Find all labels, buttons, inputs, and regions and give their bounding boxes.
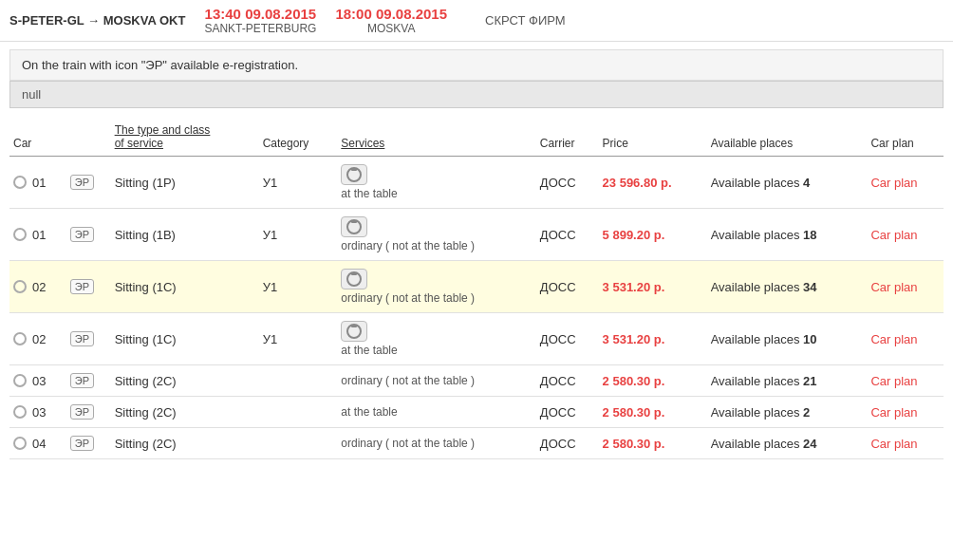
category-text: У1 — [263, 332, 278, 346]
services-cell: ordinary ( not at the table ) — [337, 428, 536, 459]
car-plan-cell[interactable]: Car plan — [867, 365, 944, 397]
car-cell: 04 — [9, 428, 66, 459]
price-text: 2 580.30 р. — [603, 437, 665, 451]
price-cell: 3 531.20 р. — [599, 261, 707, 313]
car-plan-cell[interactable]: Car plan — [867, 397, 944, 428]
info-bar: On the train with icon "ЭР" available e-… — [9, 49, 944, 81]
car-number: 03 — [32, 374, 46, 388]
results-table: Car The type and classof service Categor… — [9, 118, 944, 459]
car-plan-cell[interactable]: Car plan — [867, 313, 944, 365]
col-services: Services — [337, 118, 536, 157]
price-text: 3 531.20 р. — [603, 280, 665, 294]
available-cell: Available places 24 — [707, 428, 868, 459]
arrival-city: MOSKVA — [367, 22, 415, 35]
car-cell: 02 — [9, 313, 66, 365]
category-cell — [259, 397, 338, 428]
service-description: ordinary ( not at the table ) — [341, 437, 533, 450]
carrier-cell: ДОСС — [536, 313, 599, 365]
price-cell: 2 580.30 р. — [599, 428, 707, 459]
camera-icon — [341, 321, 367, 342]
car-plan-link[interactable]: Car plan — [870, 437, 917, 451]
ep-badge: ЭР — [70, 404, 94, 420]
price-text: 2 580.30 р. — [603, 405, 665, 420]
carrier-text: ДОСС — [540, 280, 576, 294]
table-row: 04 ЭРSitting (2С)ordinary ( not at the t… — [9, 428, 944, 459]
services-cell: ordinary ( not at the table ) — [337, 365, 536, 397]
carrier-cell: ДОСС — [536, 209, 599, 261]
car-number: 02 — [32, 280, 46, 294]
category-cell: У1 — [259, 261, 338, 313]
services-cell: at the table — [337, 157, 536, 209]
category-text: У1 — [263, 176, 278, 190]
car-plan-link[interactable]: Car plan — [870, 332, 917, 346]
category-text: У1 — [263, 228, 278, 242]
car-radio[interactable] — [13, 437, 27, 450]
category-text: У1 — [263, 280, 278, 294]
camera-icon — [341, 164, 367, 185]
available-text: Available places 24 — [711, 437, 817, 451]
category-cell: У1 — [259, 209, 338, 261]
service-type-cell: Sitting (1В) — [111, 209, 259, 261]
price-cell: 3 531.20 р. — [599, 313, 707, 365]
services-cell: at the table — [337, 397, 536, 428]
available-text: Available places 2 — [711, 405, 811, 420]
service-type-text: Sitting (1С) — [115, 332, 177, 346]
ep-badge-cell: ЭР — [66, 313, 111, 365]
car-plan-cell[interactable]: Car plan — [867, 428, 944, 459]
car-plan-cell[interactable]: Car plan — [867, 209, 944, 261]
service-type-cell: Sitting (2С) — [111, 365, 259, 397]
car-plan-link[interactable]: Car plan — [870, 176, 917, 190]
car-plan-cell[interactable]: Car plan — [867, 157, 944, 209]
service-type-cell: Sitting (1С) — [111, 261, 259, 313]
car-plan-link[interactable]: Car plan — [870, 228, 917, 242]
car-radio[interactable] — [13, 176, 27, 189]
car-cell: 03 — [9, 397, 66, 428]
available-text: Available places 21 — [711, 374, 817, 388]
carrier-cell: ДОСС — [536, 397, 599, 428]
price-text: 5 899.20 р. — [603, 228, 665, 242]
car-cell: 02 — [9, 261, 66, 313]
price-cell: 23 596.80 р. — [599, 157, 707, 209]
carrier-text: ДОСС — [540, 405, 576, 420]
car-radio[interactable] — [13, 228, 27, 241]
col-ep — [66, 118, 111, 157]
carrier-cell: ДОСС — [536, 157, 599, 209]
departure-city: SANKT-PETERBURG — [204, 22, 316, 35]
ep-badge-cell: ЭР — [66, 157, 111, 209]
service-icon-row — [341, 164, 533, 185]
services-cell: ordinary ( not at the table ) — [337, 209, 536, 261]
info-text: On the train with icon "ЭР" available e-… — [22, 58, 298, 72]
service-type-text: Sitting (1В) — [115, 228, 176, 242]
car-plan-link[interactable]: Car plan — [870, 405, 917, 420]
car-radio[interactable] — [13, 374, 27, 387]
price-text: 2 580.30 р. — [603, 374, 665, 388]
car-cell: 01 — [9, 157, 66, 209]
car-cell: 01 — [9, 209, 66, 261]
car-number: 02 — [32, 332, 46, 346]
table-row: 02 ЭРSitting (1С)У1 ordinary ( not at th… — [9, 261, 944, 313]
available-text: Available places 10 — [711, 332, 817, 346]
col-available: Available places — [707, 118, 868, 157]
available-text: Available places 4 — [711, 176, 811, 190]
col-carrier: Carrier — [536, 118, 599, 157]
price-cell: 5 899.20 р. — [599, 209, 707, 261]
col-car: Car — [9, 118, 66, 157]
car-plan-link[interactable]: Car plan — [870, 280, 917, 294]
car-radio[interactable] — [13, 332, 27, 345]
service-type-cell: Sitting (1P) — [111, 157, 259, 209]
carrier-text: ДОСС — [540, 228, 576, 242]
car-cell: 03 — [9, 365, 66, 397]
service-type-cell: Sitting (2С) — [111, 428, 259, 459]
car-plan-cell[interactable]: Car plan — [867, 261, 944, 313]
carrier-text: ДОСС — [540, 332, 576, 346]
car-radio[interactable] — [13, 280, 27, 293]
car-radio[interactable] — [13, 405, 27, 419]
car-number: 01 — [32, 228, 46, 242]
carrier-cell: ДОСС — [536, 365, 599, 397]
col-service-type: The type and classof service — [111, 118, 259, 157]
available-cell: Available places 2 — [707, 397, 868, 428]
ep-badge: ЭР — [70, 175, 94, 190]
price-cell: 2 580.30 р. — [599, 397, 707, 428]
table-wrap: Car The type and classof service Categor… — [9, 118, 944, 459]
car-plan-link[interactable]: Car plan — [870, 374, 917, 388]
